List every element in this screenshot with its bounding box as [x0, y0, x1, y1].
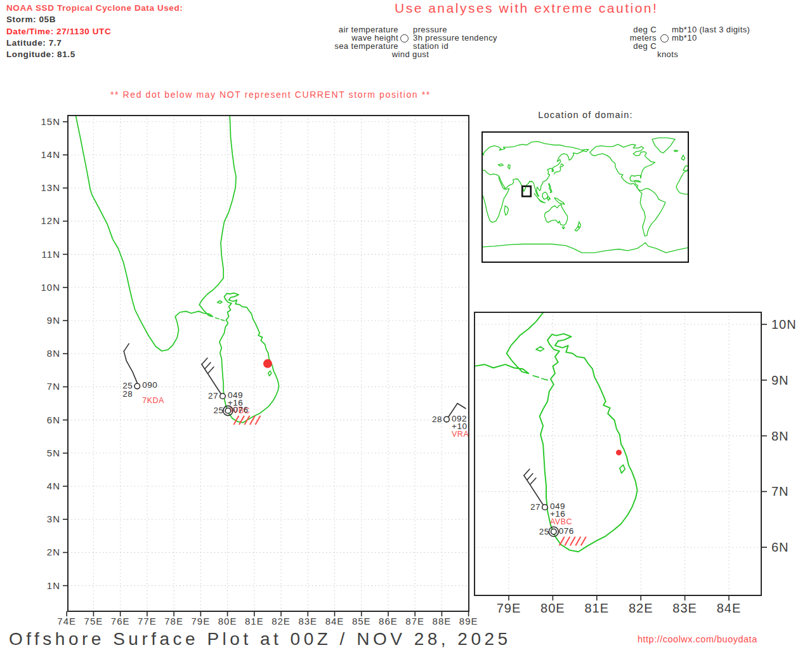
svg-text:15N: 15N	[41, 116, 60, 127]
svg-text:75E: 75E	[84, 616, 103, 627]
svg-text:14N: 14N	[41, 149, 60, 160]
svg-text:25: 25	[539, 527, 549, 536]
svg-text:VRAR6: VRAR6	[452, 430, 480, 439]
svg-text:28: 28	[122, 389, 133, 399]
svg-text:84E: 84E	[325, 616, 344, 627]
station-plot-AVBC: 27049+16AVBC	[524, 469, 572, 526]
svg-text:25: 25	[213, 406, 223, 415]
offshore-surface-plot-page: { "storm_info": { "line1": "NOAA SSD Tro…	[0, 0, 812, 650]
svg-text:AVBC: AVBC	[550, 517, 572, 526]
svg-text:86E: 86E	[379, 616, 398, 627]
svg-text:87E: 87E	[405, 616, 424, 627]
svg-text:6N: 6N	[47, 415, 60, 425]
svg-text:090: 090	[142, 380, 157, 390]
svg-text:12N: 12N	[41, 215, 60, 226]
storm-position-dot	[616, 449, 622, 455]
svg-text:81E: 81E	[585, 601, 610, 615]
svg-text:78E: 78E	[164, 616, 183, 627]
station-plot-076: 25076	[539, 526, 586, 546]
svg-text:11N: 11N	[42, 249, 60, 260]
svg-text:6N: 6N	[771, 540, 789, 554]
plot-title: Offshore Surface Plot at 00Z / NOV 28, 2…	[9, 629, 511, 649]
svg-text:076: 076	[559, 526, 574, 536]
svg-text:82E: 82E	[272, 616, 291, 627]
svg-text:74E: 74E	[57, 616, 76, 627]
svg-text:79E: 79E	[497, 601, 521, 615]
maps-canvas: 25280907KDA27049+16AVBC2507628092+10VRAR…	[0, 0, 812, 650]
main-map-content: 25280907KDA27049+16AVBC2507628092+10VRAR…	[67, 114, 480, 611]
svg-text:9N: 9N	[47, 315, 60, 326]
svg-text:8N: 8N	[771, 429, 789, 443]
svg-text:76E: 76E	[111, 616, 130, 627]
svg-text:89E: 89E	[459, 616, 478, 627]
svg-text:77E: 77E	[138, 616, 157, 627]
station-plot-VRAR6: 28092+10VRAR6	[432, 404, 480, 439]
svg-text:8N: 8N	[47, 348, 60, 359]
svg-text:5N: 5N	[47, 448, 60, 458]
svg-text:1N: 1N	[47, 580, 60, 591]
svg-text:10N: 10N	[41, 282, 60, 293]
svg-text:3N: 3N	[47, 514, 60, 524]
station-plot-7KDA: 25280907KDA	[122, 343, 164, 405]
svg-text:4N: 4N	[47, 481, 60, 491]
svg-text:81E: 81E	[245, 616, 264, 627]
svg-text:88E: 88E	[433, 616, 452, 627]
svg-text:83E: 83E	[672, 601, 697, 615]
svg-text:27: 27	[208, 391, 218, 401]
svg-text:28: 28	[432, 415, 442, 424]
svg-text:13N: 13N	[41, 182, 60, 193]
storm-position-dot	[263, 359, 272, 368]
svg-text:80E: 80E	[540, 601, 565, 615]
svg-text:7KDA: 7KDA	[142, 396, 164, 405]
world-map-content	[482, 138, 688, 253]
svg-text:7N: 7N	[47, 381, 60, 392]
svg-text:80E: 80E	[218, 616, 237, 627]
svg-text:2N: 2N	[47, 547, 60, 557]
svg-text:79E: 79E	[191, 616, 210, 627]
svg-text:9N: 9N	[771, 373, 789, 387]
svg-text:82E: 82E	[629, 601, 653, 615]
source-url-link[interactable]: http://coolwx.com/buoydata	[638, 634, 757, 644]
svg-text:27: 27	[530, 502, 540, 512]
svg-text:84E: 84E	[717, 601, 742, 615]
svg-text:85E: 85E	[352, 616, 371, 627]
svg-text:10N: 10N	[771, 317, 797, 331]
svg-text:076: 076	[233, 405, 248, 415]
zoom-map-content: 27049+16AVBC25076	[303, 32, 761, 595]
svg-text:83E: 83E	[298, 616, 317, 627]
svg-text:7N: 7N	[771, 484, 789, 498]
